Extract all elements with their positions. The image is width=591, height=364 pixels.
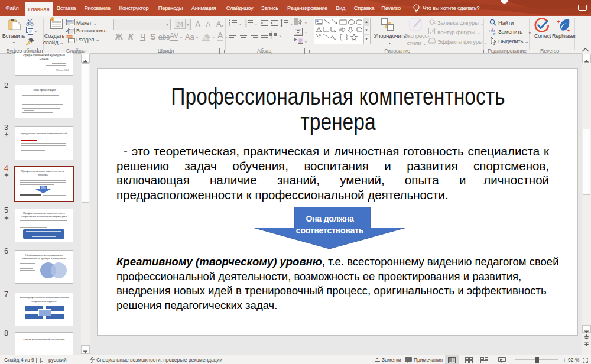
svg-text:А: А bbox=[298, 21, 301, 25]
svg-text:c: c bbox=[493, 32, 496, 35]
svg-text:3: 3 bbox=[245, 24, 247, 27]
